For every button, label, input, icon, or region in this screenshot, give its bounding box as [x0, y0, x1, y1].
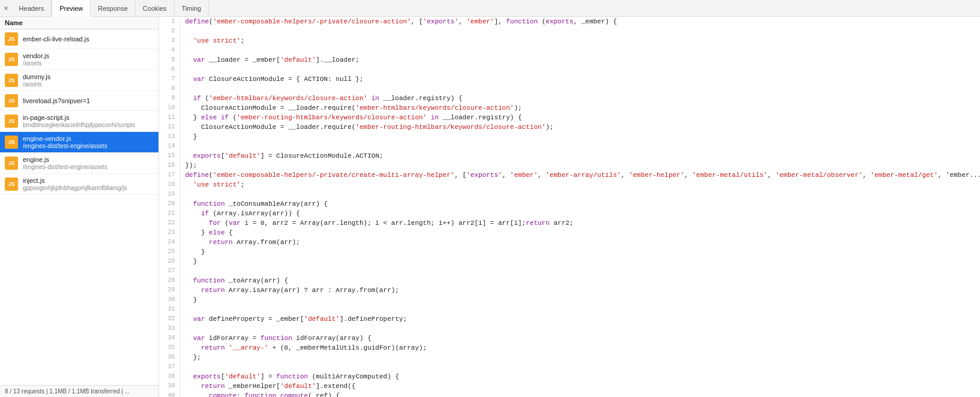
line-code: } else if ('ember-routing-htmlbars/keywo… [180, 113, 980, 122]
code-panel: 1define('ember-composable-helpers/-priva… [159, 17, 980, 397]
table-row: 15 exports['default'] = ClosureActionMod… [159, 151, 980, 161]
line-number: 20 [159, 199, 180, 209]
file-path: /assets [23, 81, 50, 88]
file-item[interactable]: JS engine.js /engines-dist/test-engine/a… [0, 153, 158, 174]
file-list: JS ember-cli-live-reload.js JS vendor.js… [0, 29, 158, 385]
line-number: 31 [159, 305, 180, 314]
table-row: 7 var ClosureActionModule = { ACTION: nu… [159, 74, 980, 84]
line-code: function _toArray(arr) { [180, 276, 980, 285]
table-row: 34 var idForArray = function idForArray(… [159, 333, 980, 343]
code-content[interactable]: 1define('ember-composable-helpers/-priva… [159, 17, 980, 397]
line-code: ClosureActionModule = __loader.require('… [180, 122, 980, 132]
table-row: 39 return _emberHelper['default'].extend… [159, 381, 980, 391]
table-row: 4 [159, 46, 980, 55]
tab-close-button[interactable]: × [0, 0, 12, 17]
line-code [180, 26, 980, 36]
table-row: 13 } [159, 132, 980, 142]
line-code: return '__array-' + (0, _emberMetalUtils… [180, 343, 980, 353]
table-row: 14 [159, 142, 980, 151]
line-code [180, 65, 980, 74]
line-number: 35 [159, 343, 180, 353]
table-row: 38 exports['default'] = function (multiA… [159, 372, 980, 381]
file-name: dummy.js [23, 73, 50, 80]
file-name: livereload.js?snipver=1 [23, 97, 90, 104]
tab-headers[interactable]: Headers [12, 0, 52, 17]
table-row: 31 [159, 305, 980, 314]
line-code: return Array.from(arr); [180, 237, 980, 247]
line-code [180, 266, 980, 276]
table-row: 37 [159, 362, 980, 372]
js-file-icon: JS [5, 115, 18, 128]
file-item[interactable]: JS in-page-script.js bmdblncegkenkacieih… [0, 111, 158, 132]
tab-timing[interactable]: Timing [175, 0, 209, 17]
table-row: 1define('ember-composable-helpers/-priva… [159, 17, 980, 26]
tab-preview[interactable]: Preview [52, 0, 91, 18]
js-file-icon: JS [5, 157, 18, 170]
line-number: 16 [159, 161, 180, 170]
table-row: 26 } [159, 257, 980, 266]
line-number: 23 [159, 228, 180, 237]
table-row: 11 } else if ('ember-routing-htmlbars/ke… [159, 113, 980, 122]
file-item[interactable]: JS livereload.js?snipver=1 [0, 91, 158, 111]
table-row: 22 for (var i = 0, arr2 = Array(arr.leng… [159, 218, 980, 228]
file-name: ember-cli-live-reload.js [23, 35, 89, 43]
line-number: 9 [159, 94, 180, 103]
file-info: ember-cli-live-reload.js [23, 35, 89, 43]
js-file-icon: JS [5, 74, 18, 87]
file-item[interactable]: JS inject.js gppongmhjkpfnbhagpmjfkannfb… [0, 174, 158, 195]
js-file-icon: JS [5, 94, 18, 107]
file-info: inject.js gppongmhjkpfnbhagpmjfkannfblla… [23, 177, 127, 191]
table-row: 40 compute: function compute(_ref) { [159, 391, 980, 397]
line-number: 30 [159, 295, 180, 305]
line-number: 33 [159, 324, 180, 333]
file-item[interactable]: JS vendor.js /assets [0, 49, 158, 70]
table-row: 28 function _toArray(arr) { [159, 276, 980, 285]
file-item[interactable]: JS engine-vendor.js /engines-dist/test-e… [0, 132, 158, 153]
tab-bar: × Headers Preview Response Cookies Timin… [0, 0, 980, 17]
table-row: 16}); [159, 161, 980, 170]
line-number: 34 [159, 333, 180, 343]
file-panel-header: Name [0, 17, 158, 29]
file-item[interactable]: JS ember-cli-live-reload.js [0, 29, 158, 49]
line-number: 21 [159, 209, 180, 218]
table-row: 6 [159, 65, 980, 74]
file-name: engine-vendor.js [23, 135, 107, 142]
line-code: return _emberHelper['default'].extend({ [180, 381, 980, 391]
tab-response[interactable]: Response [91, 0, 136, 17]
line-code: } [180, 257, 980, 266]
status-bar: 8 / 13 requests | 1.1MB / 1.1MB transfer… [0, 385, 158, 397]
line-number: 1 [159, 17, 180, 26]
file-name: engine.js [23, 156, 107, 163]
tab-cookies[interactable]: Cookies [136, 0, 175, 17]
table-row: 33 [159, 324, 980, 333]
line-code [180, 305, 980, 314]
line-code: compute: function compute(_ref) { [180, 391, 980, 397]
line-code: 'use strict'; [180, 36, 980, 46]
line-code: if ('ember-htmlbars/keywords/closure-act… [180, 94, 980, 103]
line-number: 29 [159, 285, 180, 295]
file-path: /engines-dist/test-engine/assets [23, 143, 107, 149]
file-name: vendor.js [23, 52, 49, 59]
file-info: engine-vendor.js /engines-dist/test-engi… [23, 135, 107, 149]
table-row: 32 var defineProperty = _ember['default'… [159, 314, 980, 324]
table-row: 27 [159, 266, 980, 276]
line-number: 32 [159, 314, 180, 324]
line-number: 19 [159, 190, 180, 199]
line-code: define('ember-composable-helpers/-privat… [180, 17, 980, 26]
line-code [180, 46, 980, 55]
line-number: 12 [159, 122, 180, 132]
line-code [180, 142, 980, 151]
line-number: 13 [159, 132, 180, 142]
line-number: 18 [159, 180, 180, 190]
table-row: 35 return '__array-' + (0, _emberMetalUt… [159, 343, 980, 353]
line-code: 'use strict'; [180, 180, 980, 190]
table-row: 36 }; [159, 353, 980, 362]
line-number: 3 [159, 36, 180, 46]
line-number: 27 [159, 266, 180, 276]
line-number: 22 [159, 218, 180, 228]
code-table: 1define('ember-composable-helpers/-priva… [159, 17, 980, 397]
file-item[interactable]: JS dummy.js /assets [0, 70, 158, 91]
line-number: 24 [159, 237, 180, 247]
file-path: /assets [23, 60, 49, 67]
line-number: 38 [159, 372, 180, 381]
